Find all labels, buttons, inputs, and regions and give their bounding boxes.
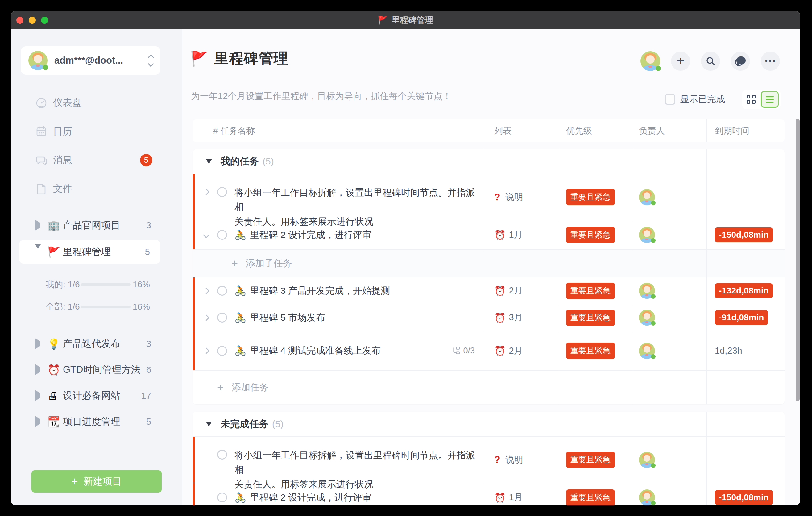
priority-badge[interactable]: 重要且紧急 [566,283,615,299]
complete-task-circle[interactable] [217,230,227,240]
task-name[interactable]: 里程碑 4 测试完成准备线上发布 [250,344,381,357]
cyclist-icon: 🚴 [234,312,246,323]
sidebar-item-dashboard[interactable]: 仪表盘 [11,88,182,117]
printer-icon: 🖨 [48,390,58,402]
expand-chevron-icon[interactable] [203,189,209,195]
sidebar-project-milestone-selected[interactable]: 🚩 里程碑管理 5 [19,240,161,263]
more-button[interactable]: ••• [761,52,780,71]
sidebar: adm***@doot... 仪表盘 日历 [11,29,182,505]
board-view-icon[interactable] [747,95,756,104]
sidebar-item-calendar[interactable]: 日历 [11,117,182,146]
priority-badge[interactable]: 重要且紧急 [566,189,615,205]
question-icon: ? [494,191,500,203]
unread-count-badge: 5 [140,154,152,166]
account-name: adm***@doot... [54,55,149,66]
vertical-scrollbar[interactable] [796,119,800,401]
project-task-count: 5 [145,247,150,257]
current-user-avatar[interactable] [640,51,660,71]
header-actions: + ••• [640,51,780,71]
question-icon: ? [494,454,500,465]
priority-badge[interactable]: 重要且紧急 [566,310,615,326]
group-header[interactable]: 未完成任务(5) [193,412,785,436]
complete-task-circle[interactable] [217,450,227,460]
task-name[interactable]: 里程碑 2 设计完成，进行评审 [250,229,372,241]
column-assignee[interactable]: 负责人 [632,119,706,142]
ellipsis-icon: ••• [764,57,777,65]
priority-badge[interactable]: 重要且紧急 [566,489,615,506]
close-window-button[interactable] [16,17,24,24]
project-list: 🏢 产品官网项目 3 🚩 里程碑管理 5 我的: 1/6 [11,212,182,238]
project-task-count: 3 [146,220,151,231]
group-header[interactable]: 我的任务(5) [193,149,785,174]
plus-icon: + [231,257,238,270]
assignee-avatar[interactable] [639,283,655,299]
priority-badge[interactable]: 重要且紧急 [566,452,615,468]
complete-task-circle[interactable] [217,346,227,356]
overdue-badge: -91d,08min [715,310,768,325]
assignee-avatar[interactable] [639,310,655,325]
collapse-triangle-icon[interactable] [206,422,212,427]
table-row: 🚴 里程碑 3 产品开发完成，开始提测 ⏰2月 重要且紧急 -132d,08mi… [193,277,785,304]
task-name[interactable]: 里程碑 5 市场发布 [250,311,325,324]
sidebar-item-messages[interactable]: 消息 5 [11,146,182,174]
sidebar-project-schedule[interactable]: 📆 项目进度管理 5 [11,409,182,434]
column-list[interactable]: 列表 [483,119,558,142]
overdue-badge: -150d,08min [715,227,773,242]
overdue-badge: -132d,08min [715,283,773,298]
account-switcher[interactable]: adm***@doot... [21,46,161,75]
task-name[interactable]: 里程碑 3 产品开发完成，开始提测 [250,285,390,297]
flag-icon: 🚩 [190,50,208,67]
complete-task-circle[interactable] [217,313,227,322]
calendar-icon [34,125,48,138]
sidebar-project-gtd[interactable]: ⏰ GTD时间管理方法 6 [11,357,182,383]
sidebar-project-official-site[interactable]: 🏢 产品官网项目 3 [11,212,182,238]
assignee-avatar[interactable] [639,343,655,359]
collapse-triangle-icon[interactable] [206,159,212,164]
table-row: 🚴 里程碑 2 设计完成，进行评审 ⏰1月 重要且紧急 -150d,08min [193,483,785,505]
sidebar-project-design-sites[interactable]: 🖨 设计必备网站 17 [11,383,182,409]
add-subtask-row[interactable]: +添加子任务 [193,249,785,277]
search-icon [705,56,716,66]
plus-icon: + [217,381,224,394]
minimize-window-button[interactable] [29,17,36,24]
task-name[interactable]: 里程碑 2 设计完成，进行评审 [250,491,372,504]
list-view-icon[interactable] [761,91,779,108]
assignee-avatar[interactable] [639,489,655,505]
search-button[interactable] [701,52,720,71]
column-due-time[interactable]: 到期时间 [706,119,785,142]
project-progress: 我的: 1/6 16% 全部: 1/6 16% [11,274,182,318]
sidebar-item-files[interactable]: 文件 [11,174,182,203]
assignee-avatar[interactable] [639,227,655,243]
expand-chevron-icon[interactable] [203,287,209,294]
sidebar-menu: 仪表盘 日历 消息 5 [11,88,182,203]
complete-task-circle[interactable] [217,492,227,503]
complete-task-circle[interactable] [217,187,227,197]
show-completed-checkbox[interactable] [665,94,675,105]
alarm-clock-icon: ⏰ [494,345,506,356]
table-row: 将小组一年工作目标拆解，设置出里程碑时间节点。并指派相 关责任人。用标签来展示进… [193,436,785,483]
progress-bar [81,283,131,286]
column-priority[interactable]: 优先级 [558,119,632,142]
plus-icon: + [71,475,78,488]
expand-chevron-icon[interactable] [203,347,209,354]
view-toggle [742,90,781,109]
add-task-button[interactable]: + [671,52,690,71]
my-progress-row: 我的: 1/6 16% [11,274,182,296]
building-icon: 🏢 [48,220,60,231]
add-task-row[interactable]: +添加任务 [193,370,785,404]
chat-icon [735,56,746,66]
column-task-name[interactable]: # 任务名称 [193,119,483,142]
zoom-window-button[interactable] [41,17,48,24]
sidebar-project-iteration[interactable]: 💡 产品迭代发布 3 [11,331,182,357]
collapse-chevron-icon[interactable] [203,231,209,238]
assignee-avatar[interactable] [639,452,655,468]
assignee-avatar[interactable] [639,189,655,205]
chat-button[interactable] [731,52,750,71]
new-project-button[interactable]: + 新建项目 [31,470,162,492]
flag-icon: 🚩 [48,246,60,258]
priority-badge[interactable]: 重要且紧急 [566,227,615,243]
expand-chevron-icon[interactable] [203,314,209,321]
priority-badge[interactable]: 重要且紧急 [566,343,615,359]
complete-task-circle[interactable] [217,286,227,296]
alarm-clock-icon: ⏰ [494,230,506,240]
